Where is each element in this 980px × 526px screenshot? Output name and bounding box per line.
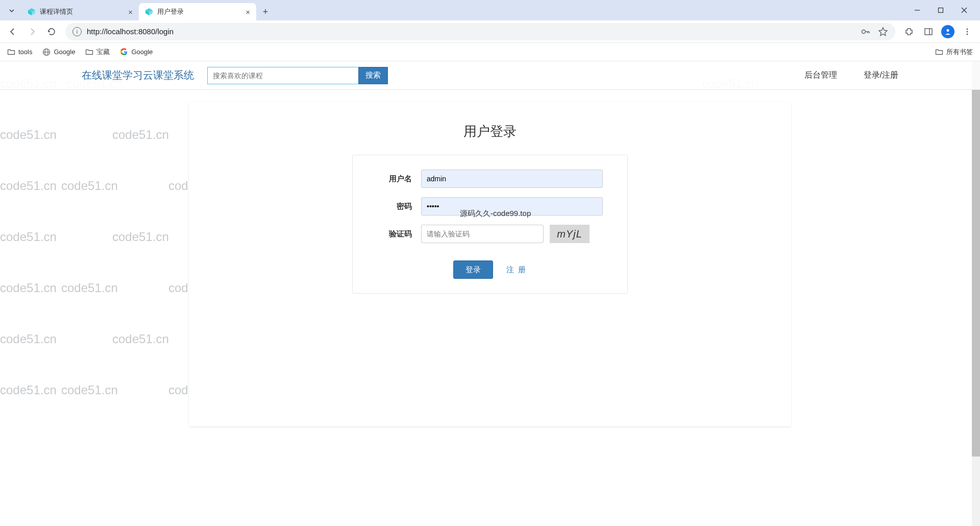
folder-icon <box>935 48 943 56</box>
svg-point-17 <box>967 28 968 30</box>
login-register-link[interactable]: 登录/注册 <box>864 70 898 81</box>
url-text: http://localhost:8080/login <box>87 27 174 36</box>
close-window-button[interactable] <box>952 2 976 18</box>
search-input[interactable] <box>207 67 358 84</box>
minimize-button[interactable] <box>905 2 929 18</box>
tab-search-button[interactable] <box>4 3 19 18</box>
site-info-icon[interactable]: i <box>72 27 82 36</box>
password-label: 密码 <box>377 202 421 211</box>
folder-icon <box>7 48 15 56</box>
bookmarks-bar: tools Google 宝藏 Google 所有书签 <box>0 43 980 61</box>
address-bar: i http://localhost:8080/login <box>0 20 980 43</box>
tab-user-login[interactable]: 用户登录 × <box>139 3 256 20</box>
new-tab-button[interactable]: + <box>258 5 273 19</box>
register-link[interactable]: 注 册 <box>506 265 527 275</box>
profile-button[interactable] <box>939 23 957 40</box>
side-panel-icon[interactable] <box>920 23 937 40</box>
bookmark-label: Google <box>131 48 153 56</box>
password-key-icon[interactable] <box>861 27 871 37</box>
google-g-icon <box>120 48 128 56</box>
svg-point-16 <box>947 29 949 32</box>
all-bookmarks-button[interactable]: 所有书签 <box>935 47 973 57</box>
login-title: 用户登录 <box>189 123 791 140</box>
site-logo[interactable]: 在线课堂学习云课堂系统 <box>82 68 194 82</box>
bookmark-star-icon[interactable] <box>878 27 888 37</box>
forward-button[interactable] <box>23 23 41 40</box>
tab-strip: 课程详情页 × 用户登录 × + <box>0 0 980 20</box>
site-header: 在线课堂学习云课堂系统 搜索 后台管理 登录/注册 <box>0 61 980 90</box>
admin-link[interactable]: 后台管理 <box>804 70 837 81</box>
svg-rect-7 <box>939 8 943 13</box>
svg-point-18 <box>967 31 968 32</box>
close-icon[interactable]: × <box>246 8 250 16</box>
login-form: 用户名 密码 源码久久-code99.top 验证码 mYjL 登录 注 册 <box>352 155 628 294</box>
svg-point-10 <box>862 30 866 33</box>
extensions-icon[interactable] <box>900 23 918 40</box>
username-input[interactable] <box>421 170 603 188</box>
bookmark-google-1[interactable]: Google <box>42 48 75 56</box>
svg-point-19 <box>967 33 968 35</box>
favicon-icon <box>145 8 153 16</box>
bookmark-label: 宝藏 <box>96 47 110 57</box>
tab-title: 课程详情页 <box>40 7 124 16</box>
tab-course-detail[interactable]: 课程详情页 × <box>21 3 139 20</box>
captcha-label: 验证码 <box>377 229 421 239</box>
maximize-button[interactable] <box>929 2 952 18</box>
menu-button[interactable] <box>959 23 976 40</box>
tab-title: 用户登录 <box>157 7 241 16</box>
bookmark-treasure[interactable]: 宝藏 <box>85 47 110 57</box>
globe-icon <box>42 48 51 56</box>
url-box[interactable]: i http://localhost:8080/login <box>65 23 895 40</box>
watermark-source-text: 源码久久-code99.top <box>460 209 531 219</box>
captcha-input[interactable] <box>421 225 544 243</box>
bookmark-tools[interactable]: tools <box>7 48 32 56</box>
content-panel: 用户登录 用户名 密码 源码久久-code99.top 验证码 mYjL 登录 … <box>189 102 791 426</box>
login-button[interactable]: 登录 <box>453 260 493 279</box>
search-button[interactable]: 搜索 <box>358 67 388 84</box>
bookmark-label: Google <box>54 48 75 56</box>
close-icon[interactable]: × <box>128 8 133 16</box>
bookmark-label: tools <box>18 48 32 56</box>
favicon-icon <box>28 8 36 16</box>
captcha-image[interactable]: mYjL <box>550 225 590 243</box>
back-button[interactable] <box>4 23 21 40</box>
all-bookmarks-label: 所有书签 <box>946 47 973 57</box>
profile-avatar-icon <box>941 25 954 38</box>
svg-rect-14 <box>925 29 932 35</box>
folder-icon <box>85 48 93 56</box>
username-label: 用户名 <box>377 174 421 184</box>
bookmark-google-2[interactable]: Google <box>120 48 153 56</box>
reload-button[interactable] <box>43 23 60 40</box>
